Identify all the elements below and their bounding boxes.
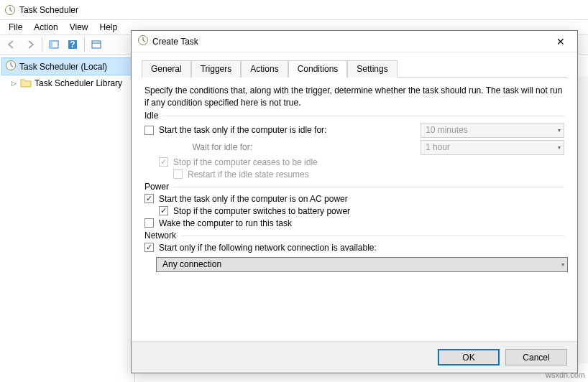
create-task-dialog: Create Task ✕ General Triggers Actions C… (131, 30, 578, 373)
network-available-checkbox[interactable] (144, 243, 154, 252)
stop-on-battery-label: Stop if the computer switches to battery… (173, 206, 564, 216)
ok-button[interactable]: OK (438, 349, 500, 365)
toolbar-separator (84, 37, 85, 52)
tab-settings[interactable]: Settings (347, 60, 397, 78)
network-connection-combo[interactable]: Any connection ▾ (156, 257, 568, 272)
stop-if-ceases-checkbox (159, 157, 168, 167)
cancel-button[interactable]: Cancel (505, 349, 567, 365)
svg-rect-2 (50, 41, 52, 48)
start-if-idle-checkbox[interactable] (144, 126, 154, 135)
idle-duration-value: 10 minutes (426, 125, 558, 135)
svg-rect-5 (92, 41, 101, 48)
dialog-icon (137, 34, 149, 48)
menu-view[interactable]: View (64, 21, 94, 34)
main-title: Task Scheduler (19, 5, 78, 15)
menu-file[interactable]: File (3, 21, 28, 34)
main-titlebar: Task Scheduler (0, 0, 588, 20)
tab-actions[interactable]: Actions (241, 60, 288, 78)
tab-strip: General Triggers Actions Conditions Sett… (142, 60, 567, 78)
chevron-down-icon: ▾ (558, 144, 561, 151)
properties-button[interactable] (88, 36, 105, 53)
folder-icon (20, 78, 32, 88)
network-available-label: Start only if the following network conn… (159, 243, 564, 253)
tree-child-node[interactable]: ▷ Task Scheduler Library (1, 77, 133, 90)
tree-root-node[interactable]: Task Scheduler (Local) (1, 57, 133, 75)
tab-conditions[interactable]: Conditions (288, 60, 348, 78)
wake-computer-label: Wake the computer to run this task (159, 218, 564, 228)
idle-group-label: Idle (144, 111, 564, 121)
wake-computer-checkbox[interactable] (144, 218, 154, 228)
menu-help[interactable]: Help (94, 21, 124, 34)
restart-if-resumes-checkbox (173, 169, 183, 179)
chevron-down-icon: ▾ (561, 261, 564, 268)
ac-power-label: Start the task only if the computer is o… (159, 194, 564, 204)
start-if-idle-label: Start the task only if the computer is i… (159, 125, 421, 135)
chevron-down-icon: ▾ (558, 127, 561, 134)
wait-duration-value: 1 hour (426, 142, 558, 152)
wait-duration-combo: 1 hour ▾ (421, 140, 564, 155)
conditions-panel: Specify the conditions that, along with … (142, 78, 567, 337)
dialog-title-text: Create Task (152, 37, 198, 47)
ac-power-checkbox[interactable] (144, 194, 154, 203)
tab-triggers[interactable]: Triggers (191, 60, 242, 78)
dialog-footer: OK Cancel (132, 341, 577, 373)
svg-text:?: ? (70, 39, 75, 50)
watermark: wsxdn.com (546, 371, 585, 379)
toolbar-separator (42, 37, 42, 52)
dialog-body: General Triggers Actions Conditions Sett… (132, 52, 577, 341)
wait-for-idle-label: Wait for idle for: (159, 142, 252, 152)
scheduler-app-icon (4, 4, 16, 16)
tab-general[interactable]: General (142, 60, 191, 78)
conditions-description: Specify the conditions that, along with … (144, 85, 564, 109)
menu-action[interactable]: Action (28, 21, 63, 34)
scheduler-icon (5, 60, 17, 73)
tree-child-label: Task Scheduler Library (35, 78, 122, 88)
restart-if-resumes-label: Restart if the idle state resumes (188, 169, 564, 180)
idle-duration-combo: 10 minutes ▾ (421, 123, 564, 138)
dialog-titlebar[interactable]: Create Task ✕ (132, 31, 577, 52)
actions-pane-edge (576, 76, 588, 363)
expand-icon[interactable]: ▷ (12, 80, 19, 87)
show-hide-tree-button[interactable] (45, 36, 63, 53)
close-button[interactable]: ✕ (550, 32, 571, 52)
tree-root-label: Task Scheduler (Local) (19, 62, 107, 72)
forward-button (22, 36, 39, 53)
network-connection-value: Any connection (162, 259, 561, 269)
help-button[interactable]: ? (64, 36, 81, 53)
back-button (3, 36, 20, 53)
power-group-label: Power (144, 182, 564, 192)
network-group-label: Network (144, 230, 564, 241)
sidebar-tree: Task Scheduler (Local) ▷ Task Scheduler … (0, 55, 135, 382)
stop-if-ceases-label: Stop if the computer ceases to be idle (173, 157, 564, 167)
stop-on-battery-checkbox[interactable] (159, 206, 168, 215)
